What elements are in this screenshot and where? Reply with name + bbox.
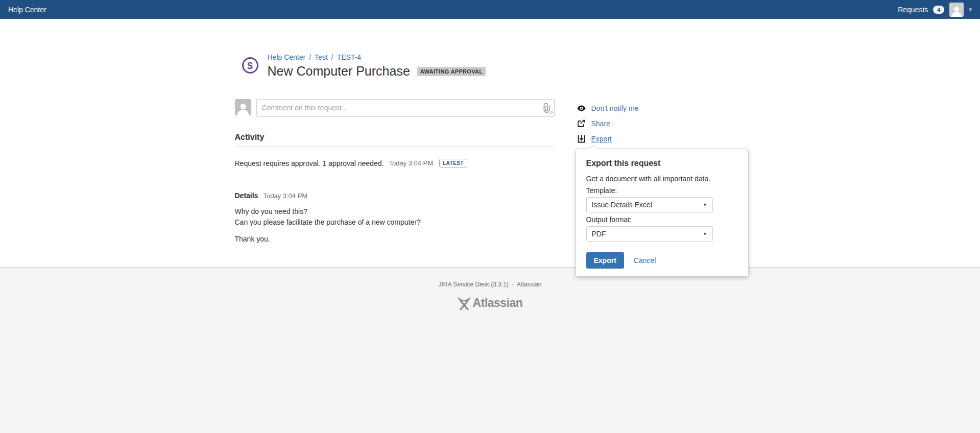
cancel-button[interactable]: Cancel bbox=[634, 256, 656, 264]
navbar-right: Requests 4 ▾ bbox=[898, 3, 972, 17]
output-format-select[interactable]: PDF ▼ bbox=[586, 226, 713, 242]
select-caret-icon: ▼ bbox=[703, 203, 707, 207]
atlassian-logo-wordmark: Atlassian bbox=[473, 296, 523, 310]
share-link[interactable]: Share bbox=[591, 119, 610, 128]
resize-grip[interactable] bbox=[548, 107, 553, 116]
page-content: $ Help Center/Test/TEST-4 New Computer P… bbox=[235, 19, 746, 267]
chevron-down-icon[interactable]: ▾ bbox=[969, 6, 972, 13]
template-select[interactable]: Issue Details Excel ▼ bbox=[586, 197, 713, 212]
footer-atlassian-link[interactable]: Atlassian bbox=[517, 281, 542, 288]
export-link[interactable]: Export bbox=[591, 135, 612, 143]
activity-event-row: Request requires approval. 1 approval ne… bbox=[235, 159, 555, 167]
output-format-label: Output format: bbox=[586, 215, 738, 224]
export-button[interactable]: Export bbox=[586, 252, 624, 269]
help-center-link[interactable]: Help Center bbox=[8, 6, 46, 14]
sidebar-item-export[interactable]: Export bbox=[577, 134, 746, 144]
breadcrumb-test-4[interactable]: TEST-4 bbox=[337, 53, 361, 61]
details-line: Can you please facilitate the purchase o… bbox=[235, 217, 555, 228]
export-dialog-description: Get a document with all important data. bbox=[586, 175, 738, 183]
approval-event-text: Request requires approval. 1 approval ne… bbox=[235, 159, 384, 167]
sidebar-item-share[interactable]: Share bbox=[577, 118, 746, 129]
dont-notify-me-link[interactable]: Don't notify me bbox=[591, 104, 639, 112]
export-dialog-title: Export this request bbox=[586, 159, 738, 168]
avatar bbox=[235, 99, 251, 115]
footer-product-version: JIRA Service Desk (3.3.1) bbox=[438, 281, 508, 288]
requests-count-badge[interactable]: 4 bbox=[933, 6, 944, 14]
details-heading: Details bbox=[235, 191, 258, 200]
top-navbar: Help Center Requests 4 ▾ bbox=[0, 0, 980, 19]
person-icon bbox=[236, 102, 250, 115]
comment-input[interactable] bbox=[256, 99, 555, 117]
atlassian-logo[interactable]: Atlassian bbox=[0, 296, 980, 310]
person-icon bbox=[950, 6, 963, 17]
page-title: New Computer Purchase bbox=[268, 64, 410, 79]
export-dialog: Export this request Get a document with … bbox=[576, 149, 749, 277]
footer-text: JIRA Service Desk (3.3.1)·Atlassian bbox=[0, 281, 980, 288]
status-badge: AWAITING APPROVAL bbox=[417, 67, 486, 76]
template-select-value: Issue Details Excel bbox=[592, 201, 652, 209]
breadcrumb-separator: / bbox=[305, 53, 315, 61]
event-timestamp: Today 3:04 PM bbox=[389, 159, 433, 167]
details-line: Thank you. bbox=[235, 234, 555, 245]
details-body: Why do you need this? Can you please fac… bbox=[235, 206, 555, 245]
details-timestamp: Today 3:04 PM bbox=[263, 192, 307, 200]
details-line: Why do you need this? bbox=[235, 206, 555, 217]
section-divider bbox=[235, 179, 555, 179]
breadcrumb-test[interactable]: Test bbox=[315, 53, 328, 61]
breadcrumb-separator: / bbox=[328, 53, 337, 61]
atlassian-charlotte-icon bbox=[458, 297, 471, 310]
activity-heading: Activity bbox=[235, 133, 555, 147]
export-icon bbox=[577, 135, 586, 143]
share-icon bbox=[577, 119, 586, 128]
eye-icon bbox=[577, 105, 586, 111]
sidebar-item-dont-notify[interactable]: Don't notify me bbox=[577, 103, 746, 113]
page-footer: JIRA Service Desk (3.3.1)·Atlassian Atla… bbox=[0, 267, 980, 433]
user-avatar-menu[interactable] bbox=[949, 3, 964, 17]
select-caret-icon: ▼ bbox=[703, 232, 707, 236]
requests-link[interactable]: Requests bbox=[898, 6, 928, 14]
template-label: Template: bbox=[586, 186, 738, 195]
latest-badge: LATEST bbox=[439, 159, 467, 167]
request-actions-sidebar: Don't notify me Share bbox=[577, 99, 746, 245]
breadcrumb-help-center[interactable]: Help Center bbox=[268, 53, 306, 61]
main-column: Activity Request requires approval. 1 ap… bbox=[235, 99, 555, 245]
footer-separator: · bbox=[509, 281, 517, 288]
breadcrumb: Help Center/Test/TEST-4 bbox=[268, 53, 486, 61]
request-header: $ Help Center/Test/TEST-4 New Computer P… bbox=[235, 53, 746, 79]
output-format-select-value: PDF bbox=[592, 230, 606, 238]
request-type-dollar-icon: $ bbox=[242, 57, 258, 74]
